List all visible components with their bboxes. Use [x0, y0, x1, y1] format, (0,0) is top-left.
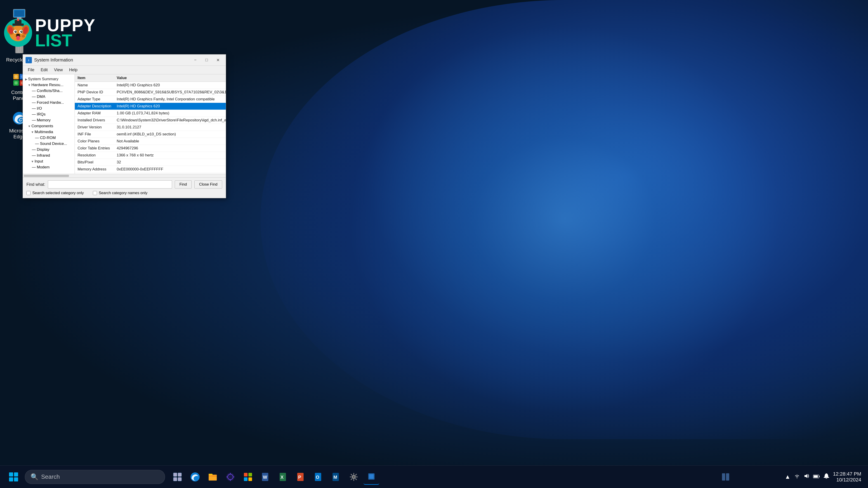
tray-volume-icon[interactable]	[804, 473, 809, 481]
tray-chevron-up[interactable]: ▲	[785, 473, 791, 480]
table-row[interactable]: Resolution1366 x 768 x 60 hertz	[75, 152, 226, 159]
taskbar-app-outlook2[interactable]: M	[328, 469, 344, 485]
tree-io[interactable]: — I/O	[23, 105, 74, 112]
close-button[interactable]: ✕	[213, 57, 223, 64]
table-row[interactable]: Memory Address0xEE000000-0xEEFFFFFF	[75, 166, 226, 173]
table-cell-item: Installed Drivers	[75, 117, 114, 124]
taskbar-app-explorer[interactable]	[205, 469, 221, 485]
detail-panel[interactable]: Item Value NameIntel(R) HD Graphics 620P…	[75, 74, 226, 174]
taskbar-app-snip[interactable]	[222, 469, 238, 485]
tree-display[interactable]: — Display	[23, 147, 74, 153]
svg-rect-41	[9, 477, 13, 482]
tray-clock[interactable]: 12:28:47 PM 10/12/2024	[833, 471, 861, 483]
tree-multimedia[interactable]: ▼Multimedia	[23, 129, 74, 135]
tree-forced-hardware[interactable]: — Forced Hardw...	[23, 100, 74, 105]
menu-view[interactable]: View	[51, 67, 66, 73]
taskbar-task-view[interactable]	[169, 469, 185, 485]
find-button[interactable]: Find	[175, 180, 192, 188]
table-cell-item: Memory Address	[75, 173, 114, 174]
table-row[interactable]: Memory Address0xD0000000-0xDFFFFFFF	[75, 173, 226, 174]
menu-edit[interactable]: Edit	[37, 67, 51, 73]
checkbox-category-names[interactable]	[93, 191, 97, 195]
tree-panel[interactable]: ▶System Summary ▼Hardware Resou... — Con…	[23, 74, 75, 174]
table-row[interactable]: Adapter DescriptionIntel(R) HD Graphics …	[75, 103, 226, 110]
tree-modem[interactable]: — Modem	[23, 164, 74, 170]
window-titlebar: i System Information − □ ✕	[23, 55, 226, 66]
tree-expand-icon-comp: ▼	[28, 125, 31, 128]
table-row[interactable]: Adapter RAM1.00 GB (1,073,741,824 bytes)	[75, 110, 226, 117]
tree-expand-icon-hw: ▼	[28, 83, 31, 87]
close-find-button[interactable]: Close Find	[194, 180, 222, 188]
taskbar-layout-switcher[interactable]	[719, 469, 733, 485]
table-cell-value: 31.0.101.2127	[114, 124, 226, 131]
checkbox-selected-category[interactable]	[26, 191, 31, 195]
tree-leaf-icon-fh: —	[32, 100, 36, 105]
tree-leaf-icon-sd: —	[35, 142, 39, 146]
start-button[interactable]	[4, 470, 23, 484]
horizontal-scrollbar[interactable]	[23, 174, 226, 177]
taskbar-app-active[interactable]	[364, 469, 379, 485]
svg-line-79	[355, 474, 357, 475]
find-checkbox-names[interactable]: Search category names only	[93, 191, 147, 195]
table-row[interactable]: Driver Version31.0.101.2127	[75, 124, 226, 131]
menu-file[interactable]: File	[25, 67, 37, 73]
tree-leaf-icon-dma: —	[32, 94, 36, 99]
svg-rect-59	[248, 477, 252, 481]
window-controls: − □ ✕	[190, 57, 223, 64]
tray-date-display: 10/12/2024	[833, 477, 861, 483]
find-label: Find what:	[26, 182, 45, 187]
svg-line-78	[355, 479, 357, 480]
tree-expand-icon-inp: ▼	[31, 160, 34, 163]
svg-text:W: W	[263, 475, 267, 480]
tree-leaf-icon-mem: —	[32, 118, 36, 122]
taskbar-search-bar[interactable]: 🔍 Search	[25, 470, 165, 484]
tree-leaf-icon-irq: —	[32, 112, 36, 116]
svg-line-80	[351, 479, 352, 480]
tree-sound-device[interactable]: — Sound Device...	[23, 141, 74, 147]
find-input[interactable]	[48, 180, 172, 188]
table-cell-value: PCI\VEN_8086&DEV_5916&SUBSYS_07A71028&RE…	[114, 89, 226, 96]
tree-dma[interactable]: — DMA	[23, 94, 74, 100]
window-content: ▶System Summary ▼Hardware Resou... — Con…	[23, 74, 226, 174]
tray-battery-icon[interactable]	[813, 473, 820, 480]
taskbar-app-settings[interactable]	[346, 469, 362, 485]
maximize-button[interactable]: □	[202, 57, 212, 64]
svg-line-77	[351, 474, 352, 475]
detail-table: Item Value NameIntel(R) HD Graphics 620P…	[75, 74, 226, 174]
tree-memory[interactable]: — Memory	[23, 117, 74, 123]
minimize-button[interactable]: −	[190, 57, 200, 64]
table-cell-value: Intel(R) HD Graphics Family, Intel Corpo…	[114, 96, 226, 103]
tree-components[interactable]: ▼Components	[23, 123, 74, 129]
tree-leaf-icon-disp: —	[32, 147, 36, 152]
taskbar-app-excel[interactable]: X	[275, 469, 291, 485]
tree-hardware-resources[interactable]: ▼Hardware Resou...	[23, 82, 74, 88]
tree-input[interactable]: ▼Input	[23, 158, 74, 164]
task-view-area	[719, 469, 733, 485]
taskbar-app-outlook[interactable]: O	[311, 469, 327, 485]
table-row[interactable]: INF Fileoem8.inf (iKBLD_w10_DS section)	[75, 131, 226, 138]
find-checkbox-category[interactable]: Search selected category only	[26, 191, 84, 195]
table-row[interactable]: Adapter TypeIntel(R) HD Graphics Family,…	[75, 96, 226, 103]
taskbar-app-edge[interactable]	[187, 469, 203, 485]
table-row[interactable]: PNP Device IDPCI\VEN_8086&DEV_5916&SUBSY…	[75, 89, 226, 96]
table-row[interactable]: Installed DriversC:\Windows\System32\Dri…	[75, 117, 226, 124]
tree-conflicts[interactable]: — Conflicts/Sha...	[23, 88, 74, 94]
table-row[interactable]: Bits/Pixel32	[75, 159, 226, 166]
svg-rect-44	[178, 473, 182, 477]
table-cell-item: Color Planes	[75, 138, 114, 145]
tray-notification-icon[interactable]	[824, 473, 829, 481]
table-row[interactable]: NameIntel(R) HD Graphics 620	[75, 82, 226, 89]
taskbar-app-word[interactable]: W	[258, 469, 274, 485]
taskbar-app-powerpoint[interactable]: P	[293, 469, 309, 485]
tree-leaf-icon-cd: —	[35, 135, 39, 140]
table-row[interactable]: Color Table Entries4294967296	[75, 145, 226, 152]
tree-irqs[interactable]: — IRQs	[23, 112, 74, 117]
table-row[interactable]: Color PlanesNot Available	[75, 138, 226, 145]
tree-infrared[interactable]: — Infrared	[23, 153, 74, 158]
scroll-thumb[interactable]	[24, 175, 69, 177]
tree-system-summary[interactable]: ▶System Summary	[23, 76, 74, 82]
tree-cdrom[interactable]: — CD-ROM	[23, 135, 74, 141]
menu-help[interactable]: Help	[66, 67, 81, 73]
tray-wifi-icon[interactable]	[794, 473, 800, 481]
taskbar-app-store[interactable]	[240, 469, 256, 485]
